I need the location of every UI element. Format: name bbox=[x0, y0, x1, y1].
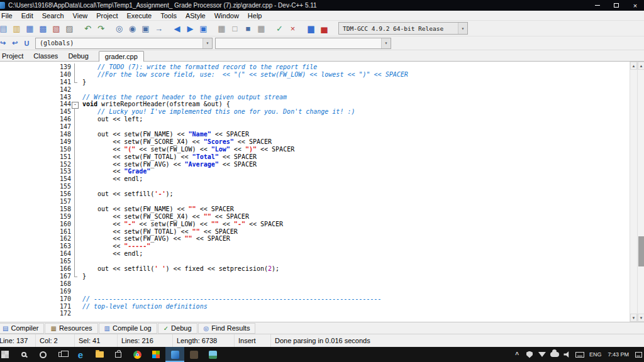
window-layout-icon[interactable]: ▦ bbox=[255, 22, 268, 35]
scroll-up-icon[interactable]: ▲ bbox=[638, 62, 644, 70]
clock[interactable]: 7:43 PM bbox=[604, 351, 632, 358]
profile-analysis-icon[interactable]: ▆ bbox=[304, 22, 318, 35]
app-grid-icon[interactable] bbox=[147, 347, 165, 362]
replace-icon[interactable]: ◉ bbox=[126, 22, 139, 35]
save-icon[interactable]: ▦ bbox=[23, 22, 36, 35]
fold-margin bbox=[71, 288, 79, 295]
full-screen-icon[interactable]: ■ bbox=[242, 22, 255, 35]
redo-icon[interactable]: ↷ bbox=[94, 22, 108, 35]
members-combobox[interactable]: ▾ bbox=[215, 38, 391, 49]
tray-expand-icon[interactable]: ^ bbox=[511, 347, 523, 362]
scrollbar-thumb[interactable] bbox=[638, 236, 644, 266]
bottom-tab-compiler[interactable]: ▤Compiler bbox=[0, 323, 44, 334]
defender-shield-icon[interactable] bbox=[523, 347, 536, 362]
bottom-tab-find-results[interactable]: ◎Find Results bbox=[198, 323, 256, 334]
file-explorer-icon[interactable] bbox=[90, 347, 109, 362]
touch-keyboard-icon[interactable] bbox=[574, 347, 586, 362]
goto-definition-icon[interactable]: ↩ bbox=[9, 38, 21, 48]
globals-combobox[interactable]: (globals) ▾ bbox=[35, 38, 213, 49]
start-button-icon[interactable] bbox=[0, 347, 14, 362]
find-icon[interactable]: ◎ bbox=[113, 22, 126, 35]
goto-line-icon[interactable]: → bbox=[152, 22, 165, 35]
fold-margin bbox=[71, 86, 79, 94]
chrome-icon[interactable] bbox=[128, 347, 147, 362]
fold-margin bbox=[71, 250, 79, 258]
tab-grader-cpp[interactable]: grader.cpp bbox=[99, 51, 144, 62]
line-number: 153 bbox=[56, 168, 71, 175]
undo-icon[interactable]: ↶ bbox=[81, 22, 94, 35]
menu-file[interactable]: File bbox=[0, 11, 17, 20]
compiler-combobox[interactable]: TDM-GCC 4.9.2 64-bit Release ▾ bbox=[338, 22, 468, 35]
bottom-tab-debug[interactable]: ✓Debug bbox=[158, 323, 197, 334]
new-source-icon[interactable]: ▤ bbox=[0, 22, 10, 35]
menu-window[interactable]: Window bbox=[210, 11, 243, 20]
menu-tools[interactable]: Tools bbox=[156, 11, 181, 20]
bottom-tab-resources[interactable]: ▦Resources bbox=[45, 323, 97, 334]
search-icon[interactable] bbox=[14, 347, 33, 362]
editor-scrollbar[interactable]: ▲ ▼ bbox=[630, 62, 637, 322]
menu-view[interactable]: View bbox=[69, 11, 92, 20]
panel-tab-project[interactable]: Project bbox=[0, 51, 28, 61]
line-number: 167 bbox=[56, 273, 71, 280]
panel-tab-classes[interactable]: Classes bbox=[28, 51, 63, 61]
fold-margin bbox=[71, 116, 79, 123]
cortana-icon[interactable] bbox=[33, 347, 52, 362]
edge-icon[interactable]: e bbox=[71, 347, 90, 362]
window-scrollbar[interactable]: ▲ ▼ bbox=[637, 62, 644, 322]
menu-help[interactable]: Help bbox=[243, 11, 267, 20]
scroll-up-icon[interactable]: ▲ bbox=[630, 62, 637, 70]
fold-margin bbox=[71, 63, 79, 71]
menu-execute[interactable]: Execute bbox=[122, 11, 156, 20]
print-icon[interactable]: ▨ bbox=[63, 22, 76, 35]
photos-icon[interactable] bbox=[203, 347, 222, 362]
menu-astyle[interactable]: AStyle bbox=[181, 11, 210, 20]
notification-icon[interactable] bbox=[632, 347, 644, 362]
code-line: 150 << "(" << setw(FW_LOW) << "Low" << "… bbox=[56, 146, 630, 153]
task-view-icon[interactable] bbox=[52, 347, 71, 362]
compiler-combobox-value: TDM-GCC 4.9.2 64-bit Release bbox=[343, 25, 443, 32]
forward-icon[interactable]: ▶ bbox=[184, 22, 197, 35]
volume-icon[interactable] bbox=[561, 347, 574, 362]
code-line: 167} bbox=[56, 273, 630, 280]
fold-margin bbox=[71, 183, 79, 190]
windows-taskbar: e ^ENG7:43 PM bbox=[0, 347, 644, 362]
line-number: 140 bbox=[56, 71, 71, 79]
close-button[interactable]: × bbox=[626, 0, 644, 11]
restore-button[interactable] bbox=[607, 0, 626, 11]
scroll-down-icon[interactable]: ▼ bbox=[630, 314, 637, 322]
minimize-button[interactable] bbox=[588, 0, 607, 11]
fold-collapse-icon[interactable] bbox=[71, 101, 79, 108]
find-in-files-icon[interactable]: ▣ bbox=[139, 22, 152, 35]
panel-tab-debug[interactable]: Debug bbox=[63, 51, 93, 61]
stop-execution-icon[interactable]: × bbox=[286, 22, 299, 35]
bottom-tab-compile-log[interactable]: ▥Compile Log bbox=[99, 323, 157, 334]
fold-margin bbox=[71, 221, 79, 228]
compile-check-icon[interactable]: ✓ bbox=[273, 22, 286, 35]
project-browser-panel[interactable] bbox=[0, 62, 56, 322]
devcpp-taskbar-icon[interactable] bbox=[165, 347, 184, 362]
code-editor[interactable]: 139 // TODO (7): write the formatted rec… bbox=[56, 62, 630, 322]
window-split-icon[interactable]: ▦ bbox=[215, 22, 228, 35]
delete-profiling-icon[interactable]: ▅ bbox=[318, 22, 331, 35]
refresh-class-browser-icon[interactable]: U bbox=[21, 38, 33, 48]
new-window-icon[interactable]: □ bbox=[228, 22, 242, 35]
store-icon[interactable] bbox=[109, 347, 128, 362]
language-indicator[interactable]: ENG bbox=[586, 351, 605, 358]
menu-search[interactable]: Search bbox=[38, 11, 69, 20]
file-tabs: grader.cpp bbox=[99, 51, 144, 61]
close-file-icon[interactable]: ▧ bbox=[50, 22, 63, 35]
onedrive-icon[interactable] bbox=[548, 347, 561, 362]
save-all-icon[interactable]: ▩ bbox=[36, 22, 50, 35]
gimp-icon[interactable] bbox=[184, 347, 203, 362]
menu-project[interactable]: Project bbox=[92, 11, 122, 20]
scroll-down-icon[interactable]: ▼ bbox=[638, 314, 644, 322]
back-icon[interactable]: ◀ bbox=[170, 22, 184, 35]
fold-margin bbox=[71, 258, 79, 265]
network-icon[interactable] bbox=[536, 347, 548, 362]
menu-edit[interactable]: Edit bbox=[17, 11, 38, 20]
code-line: 162 << setw(FW_AVG) << "" << SPACER bbox=[56, 235, 630, 243]
bookmark-icon[interactable]: ▣ bbox=[197, 22, 210, 35]
line-number: 146 bbox=[56, 116, 71, 123]
goto-declaration-icon[interactable]: ↪ bbox=[0, 38, 9, 48]
open-file-icon[interactable]: ▥ bbox=[10, 22, 23, 35]
